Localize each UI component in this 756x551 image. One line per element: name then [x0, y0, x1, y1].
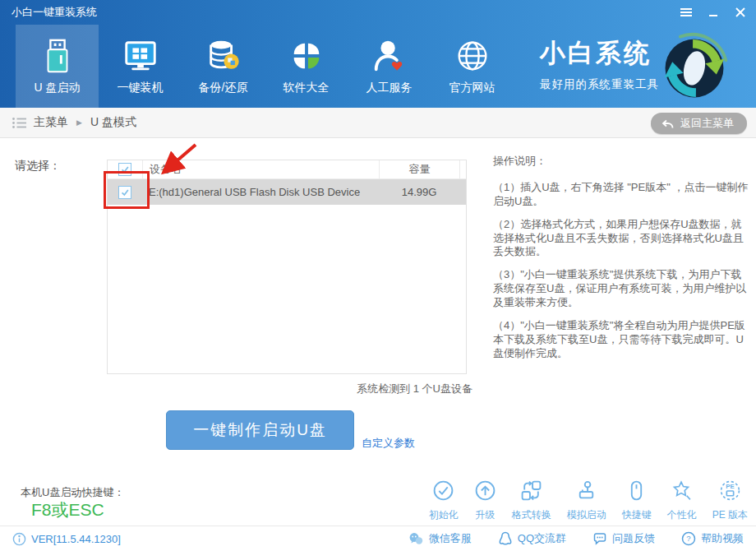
tool-label: 模拟启动	[567, 508, 606, 522]
software-collection-icon	[288, 37, 325, 75]
breadcrumb-root[interactable]: 主菜单	[34, 115, 68, 130]
tool-label: 个性化	[667, 508, 697, 522]
breadcrumb-current: U 盘模式	[90, 115, 136, 130]
upgrade-arrow-icon	[474, 479, 496, 504]
brand-name: 小白系统	[540, 36, 659, 71]
tool-upgrade[interactable]: 升级	[474, 479, 496, 522]
instruction-step: （4）"小白一键重装系统"将全程自动为用户提供PE版本下载及系统下载至U盘，只需…	[493, 319, 752, 361]
format-convert-icon	[520, 479, 542, 504]
version-info: VER[11.5.44.1230]	[12, 532, 121, 546]
tool-label: 格式转换	[512, 508, 551, 522]
version-text: VER[11.5.44.1230]	[31, 533, 121, 545]
official-website-icon	[454, 37, 491, 75]
toolbar: 初始化 升级 格式转换 模拟启动 快捷键 个性化 PE PE 版本	[429, 479, 748, 522]
breadcrumb: 主菜单 ▶ U 盘模式 返回主菜单	[0, 108, 756, 138]
close-icon[interactable]	[733, 5, 748, 20]
tool-simulate-boot[interactable]: 模拟启动	[567, 479, 606, 522]
customer-service-icon	[371, 37, 408, 75]
annotation-red-box	[104, 171, 150, 209]
instruction-step: （2）选择格式化方式，如果用户想保存U盘数据，就选择格式化U盘且不丢失数据，否则…	[493, 218, 752, 260]
nav-item-usb-boot[interactable]: U 盘启动	[16, 25, 99, 108]
monitor-install-icon	[122, 37, 159, 75]
instructions-title: 操作说明：	[493, 155, 752, 169]
qq-group-link[interactable]: QQ交流群	[498, 531, 566, 546]
status-link-label: QQ交流群	[518, 531, 566, 546]
help-video-icon: ?	[681, 531, 696, 546]
minimize-icon[interactable]	[706, 5, 721, 20]
statusbar: VER[11.5.44.1230] 微信客服 QQ交流群 问题反馈	[0, 526, 756, 551]
nav-label: 人工服务	[366, 81, 413, 95]
tool-personalize[interactable]: 个性化	[667, 479, 697, 522]
hotkey-mouse-icon	[625, 479, 648, 504]
feedback-link[interactable]: 问题反馈	[592, 531, 655, 546]
tool-label: PE 版本	[712, 508, 748, 522]
status-link-label: 问题反馈	[612, 531, 655, 546]
usb-drive-icon	[39, 37, 76, 75]
personalize-star-icon	[671, 479, 693, 504]
window-controls	[679, 5, 748, 20]
app-title: 小白一键重装系统	[12, 5, 97, 20]
back-button-label: 返回主菜单	[680, 116, 734, 131]
status-links: 微信客服 QQ交流群 问题反馈 ? 帮助视频	[408, 531, 744, 546]
nav-item-official-website[interactable]: 官方网站	[431, 25, 514, 108]
svg-text:PE: PE	[726, 483, 734, 490]
wechat-support-link[interactable]: 微信客服	[408, 531, 472, 546]
menu-list-icon	[12, 117, 26, 129]
nav-item-software-collection[interactable]: 软件大全	[265, 25, 348, 108]
back-arrow-icon	[662, 118, 674, 129]
nav-label: 一键装机	[118, 81, 164, 95]
xiaobai-logo	[657, 29, 732, 104]
titlebar: 小白一键重装系统	[0, 0, 756, 25]
status-link-label: 微信客服	[429, 531, 472, 546]
table-gutter	[459, 160, 466, 178]
annotation-red-arrow	[155, 142, 198, 178]
nav-item-customer-service[interactable]: 人工服务	[348, 25, 431, 108]
nav-label: 软件大全	[284, 81, 330, 95]
device-name-cell: E:(hd1)General USB Flash Disk USB Device	[142, 186, 379, 198]
wechat-icon	[408, 531, 424, 546]
app-window: 小白一键重装系统 U 盘启动	[0, 0, 756, 551]
tool-hotkeys[interactable]: 快捷键	[622, 479, 652, 522]
custom-params-link[interactable]: 自定义参数	[362, 436, 415, 451]
capacity-header: 容量	[379, 160, 459, 178]
status-link-label: 帮助视频	[701, 531, 744, 546]
info-icon	[12, 532, 26, 546]
tool-label: 快捷键	[622, 508, 652, 522]
main-nav: U 盘启动 一键装机 备份/还原 软件大全	[16, 25, 514, 108]
tool-format-convert[interactable]: 格式转换	[512, 479, 551, 522]
simulate-boot-icon	[575, 479, 597, 504]
device-table: 设备名 容量 E:(hd1)General USB Flash Disk USB…	[107, 160, 467, 374]
help-video-link[interactable]: ? 帮助视频	[681, 531, 744, 546]
init-check-icon	[432, 479, 454, 504]
backup-restore-icon	[205, 37, 242, 75]
detection-status-text: 系统检测到 1 个U盘设备	[107, 382, 472, 396]
back-to-main-menu-button[interactable]: 返回主菜单	[651, 113, 747, 134]
nav-item-backup-restore[interactable]: 备份/还原	[182, 25, 265, 108]
tool-initialize[interactable]: 初始化	[429, 479, 459, 522]
tool-label: 初始化	[429, 508, 459, 522]
instruction-step: （3）"小白一键重装系统"提供系统下载，为用户下载系统保存至U盘，保证用户有系统…	[493, 268, 752, 310]
pe-version-icon: PE	[719, 479, 741, 504]
device-row[interactable]: E:(hd1)General USB Flash Disk USB Device…	[108, 179, 466, 205]
select-label: 请选择：	[15, 159, 61, 174]
brand-tagline: 最好用的系统重装工具	[540, 77, 659, 92]
app-header: 小白一键重装系统 U 盘启动	[0, 0, 756, 108]
make-boot-usb-button[interactable]: 一键制作启动U盘	[166, 410, 354, 450]
tool-label: 升级	[475, 508, 495, 522]
nav-label: U 盘启动	[35, 81, 81, 95]
tool-pe-version[interactable]: PE PE 版本	[712, 479, 748, 522]
instructions-panel: 操作说明： （1）插入U盘，右下角选择 "PE版本" ，点击一键制作启动U盘。 …	[493, 155, 752, 370]
feedback-icon	[592, 531, 607, 546]
instruction-step: （1）插入U盘，右下角选择 "PE版本" ，点击一键制作启动U盘。	[493, 181, 752, 209]
nav-label: 备份/还原	[199, 81, 248, 95]
device-capacity-cell: 14.99G	[379, 186, 459, 198]
svg-text:?: ?	[686, 534, 690, 543]
nav-label: 官方网站	[449, 81, 496, 95]
nav-item-one-click-install[interactable]: 一键装机	[99, 25, 182, 108]
qq-icon	[498, 531, 513, 546]
brand-block: 小白系统 最好用的系统重装工具	[540, 36, 659, 92]
breadcrumb-separator-icon: ▶	[76, 118, 82, 127]
hotkey-value: F8或ESC	[31, 498, 104, 521]
menu-icon[interactable]	[679, 5, 694, 20]
